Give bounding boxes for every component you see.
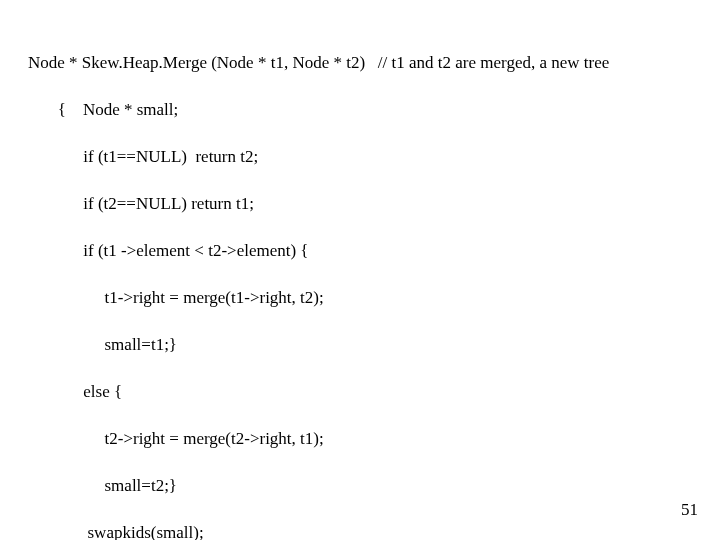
- code-block: Node * Skew.Heap.Merge (Node * t1, Node …: [28, 28, 720, 540]
- code-line: else {: [28, 380, 720, 403]
- code-line: t2->right = merge(t2->right, t1);: [28, 427, 720, 450]
- code-line: small=t2;}: [28, 474, 720, 497]
- code-line: if (t1==NULL) return t2;: [28, 145, 720, 168]
- code-line: Node * Skew.Heap.Merge (Node * t1, Node …: [28, 51, 720, 74]
- code-line: { Node * small;: [28, 98, 720, 121]
- code-line: swapkids(small);: [28, 521, 720, 540]
- code-line: t1->right = merge(t1->right, t2);: [28, 286, 720, 309]
- code-line: small=t1;}: [28, 333, 720, 356]
- slide: Node * Skew.Heap.Merge (Node * t1, Node …: [0, 0, 720, 540]
- code-line: if (t1 ->element < t2->element) {: [28, 239, 720, 262]
- page-number: 51: [681, 500, 698, 520]
- code-line: if (t2==NULL) return t1;: [28, 192, 720, 215]
